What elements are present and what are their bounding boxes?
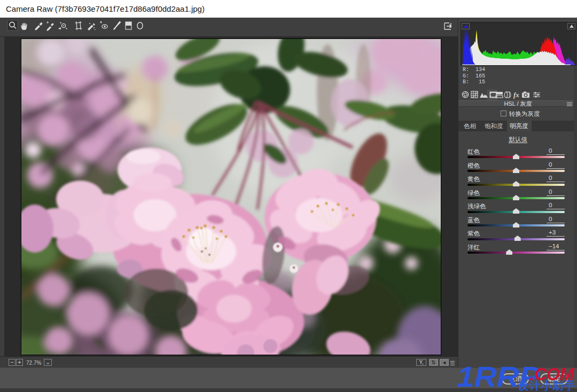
svg-text:fx: fx [513,91,519,99]
